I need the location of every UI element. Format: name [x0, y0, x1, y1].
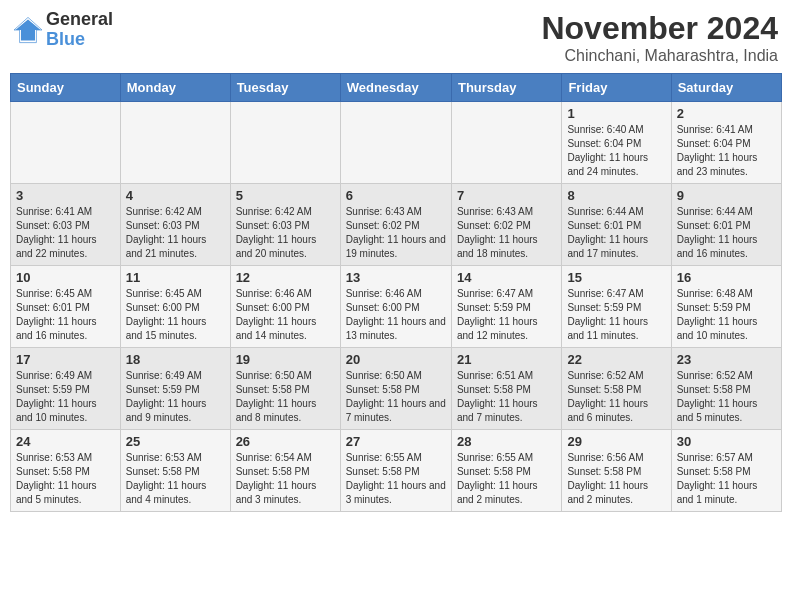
day-number: 5: [236, 188, 335, 203]
day-info: Sunrise: 6:43 AMSunset: 6:02 PMDaylight:…: [346, 205, 446, 261]
day-number: 6: [346, 188, 446, 203]
logo-blue: Blue: [46, 29, 85, 49]
day-number: 10: [16, 270, 115, 285]
calendar-header: Sunday Monday Tuesday Wednesday Thursday…: [11, 74, 782, 102]
day-info: Sunrise: 6:44 AMSunset: 6:01 PMDaylight:…: [567, 205, 665, 261]
day-info: Sunrise: 6:43 AMSunset: 6:02 PMDaylight:…: [457, 205, 556, 261]
day-cell-5-3: 26Sunrise: 6:54 AMSunset: 5:58 PMDayligh…: [230, 430, 340, 512]
calendar-body: 1Sunrise: 6:40 AMSunset: 6:04 PMDaylight…: [11, 102, 782, 512]
day-cell-1-6: 1Sunrise: 6:40 AMSunset: 6:04 PMDaylight…: [562, 102, 671, 184]
day-cell-3-7: 16Sunrise: 6:48 AMSunset: 5:59 PMDayligh…: [671, 266, 781, 348]
day-info: Sunrise: 6:40 AMSunset: 6:04 PMDaylight:…: [567, 123, 665, 179]
day-cell-2-6: 8Sunrise: 6:44 AMSunset: 6:01 PMDaylight…: [562, 184, 671, 266]
day-info: Sunrise: 6:48 AMSunset: 5:59 PMDaylight:…: [677, 287, 776, 343]
day-cell-2-1: 3Sunrise: 6:41 AMSunset: 6:03 PMDaylight…: [11, 184, 121, 266]
day-cell-3-6: 15Sunrise: 6:47 AMSunset: 5:59 PMDayligh…: [562, 266, 671, 348]
day-cell-3-1: 10Sunrise: 6:45 AMSunset: 6:01 PMDayligh…: [11, 266, 121, 348]
logo-general: General: [46, 9, 113, 29]
day-info: Sunrise: 6:49 AMSunset: 5:59 PMDaylight:…: [16, 369, 115, 425]
day-number: 12: [236, 270, 335, 285]
day-number: 11: [126, 270, 225, 285]
logo: General Blue: [14, 10, 113, 50]
day-cell-1-5: [451, 102, 561, 184]
header-friday: Friday: [562, 74, 671, 102]
day-cell-3-2: 11Sunrise: 6:45 AMSunset: 6:00 PMDayligh…: [120, 266, 230, 348]
day-number: 29: [567, 434, 665, 449]
day-info: Sunrise: 6:47 AMSunset: 5:59 PMDaylight:…: [457, 287, 556, 343]
day-info: Sunrise: 6:50 AMSunset: 5:58 PMDaylight:…: [236, 369, 335, 425]
day-info: Sunrise: 6:56 AMSunset: 5:58 PMDaylight:…: [567, 451, 665, 507]
day-cell-4-2: 18Sunrise: 6:49 AMSunset: 5:59 PMDayligh…: [120, 348, 230, 430]
logo-icon: [14, 16, 42, 44]
day-number: 17: [16, 352, 115, 367]
day-info: Sunrise: 6:52 AMSunset: 5:58 PMDaylight:…: [567, 369, 665, 425]
day-info: Sunrise: 6:41 AMSunset: 6:04 PMDaylight:…: [677, 123, 776, 179]
day-number: 28: [457, 434, 556, 449]
day-cell-4-4: 20Sunrise: 6:50 AMSunset: 5:58 PMDayligh…: [340, 348, 451, 430]
day-info: Sunrise: 6:52 AMSunset: 5:58 PMDaylight:…: [677, 369, 776, 425]
page-header: General Blue November 2024 Chinchani, Ma…: [10, 10, 782, 65]
day-cell-3-3: 12Sunrise: 6:46 AMSunset: 6:00 PMDayligh…: [230, 266, 340, 348]
day-cell-1-3: [230, 102, 340, 184]
day-cell-5-2: 25Sunrise: 6:53 AMSunset: 5:58 PMDayligh…: [120, 430, 230, 512]
day-info: Sunrise: 6:53 AMSunset: 5:58 PMDaylight:…: [16, 451, 115, 507]
day-info: Sunrise: 6:53 AMSunset: 5:58 PMDaylight:…: [126, 451, 225, 507]
header-wednesday: Wednesday: [340, 74, 451, 102]
header-row: Sunday Monday Tuesday Wednesday Thursday…: [11, 74, 782, 102]
day-number: 24: [16, 434, 115, 449]
day-number: 25: [126, 434, 225, 449]
day-cell-5-4: 27Sunrise: 6:55 AMSunset: 5:58 PMDayligh…: [340, 430, 451, 512]
day-cell-2-7: 9Sunrise: 6:44 AMSunset: 6:01 PMDaylight…: [671, 184, 781, 266]
day-number: 30: [677, 434, 776, 449]
day-number: 1: [567, 106, 665, 121]
day-info: Sunrise: 6:50 AMSunset: 5:58 PMDaylight:…: [346, 369, 446, 425]
day-cell-4-5: 21Sunrise: 6:51 AMSunset: 5:58 PMDayligh…: [451, 348, 561, 430]
day-number: 23: [677, 352, 776, 367]
day-number: 7: [457, 188, 556, 203]
day-info: Sunrise: 6:51 AMSunset: 5:58 PMDaylight:…: [457, 369, 556, 425]
week-row-5: 24Sunrise: 6:53 AMSunset: 5:58 PMDayligh…: [11, 430, 782, 512]
day-info: Sunrise: 6:57 AMSunset: 5:58 PMDaylight:…: [677, 451, 776, 507]
day-number: 8: [567, 188, 665, 203]
day-cell-3-4: 13Sunrise: 6:46 AMSunset: 6:00 PMDayligh…: [340, 266, 451, 348]
day-info: Sunrise: 6:47 AMSunset: 5:59 PMDaylight:…: [567, 287, 665, 343]
day-info: Sunrise: 6:41 AMSunset: 6:03 PMDaylight:…: [16, 205, 115, 261]
header-saturday: Saturday: [671, 74, 781, 102]
day-info: Sunrise: 6:49 AMSunset: 5:59 PMDaylight:…: [126, 369, 225, 425]
day-cell-4-3: 19Sunrise: 6:50 AMSunset: 5:58 PMDayligh…: [230, 348, 340, 430]
month-title: November 2024: [541, 10, 778, 47]
week-row-3: 10Sunrise: 6:45 AMSunset: 6:01 PMDayligh…: [11, 266, 782, 348]
day-info: Sunrise: 6:44 AMSunset: 6:01 PMDaylight:…: [677, 205, 776, 261]
day-number: 2: [677, 106, 776, 121]
day-number: 19: [236, 352, 335, 367]
day-cell-2-3: 5Sunrise: 6:42 AMSunset: 6:03 PMDaylight…: [230, 184, 340, 266]
day-cell-1-4: [340, 102, 451, 184]
header-sunday: Sunday: [11, 74, 121, 102]
day-number: 21: [457, 352, 556, 367]
week-row-4: 17Sunrise: 6:49 AMSunset: 5:59 PMDayligh…: [11, 348, 782, 430]
day-cell-2-2: 4Sunrise: 6:42 AMSunset: 6:03 PMDaylight…: [120, 184, 230, 266]
day-cell-5-7: 30Sunrise: 6:57 AMSunset: 5:58 PMDayligh…: [671, 430, 781, 512]
day-number: 14: [457, 270, 556, 285]
day-info: Sunrise: 6:45 AMSunset: 6:00 PMDaylight:…: [126, 287, 225, 343]
day-cell-1-1: [11, 102, 121, 184]
day-number: 27: [346, 434, 446, 449]
location-title: Chinchani, Maharashtra, India: [541, 47, 778, 65]
day-cell-5-5: 28Sunrise: 6:55 AMSunset: 5:58 PMDayligh…: [451, 430, 561, 512]
day-cell-2-4: 6Sunrise: 6:43 AMSunset: 6:02 PMDaylight…: [340, 184, 451, 266]
day-cell-4-7: 23Sunrise: 6:52 AMSunset: 5:58 PMDayligh…: [671, 348, 781, 430]
day-info: Sunrise: 6:54 AMSunset: 5:58 PMDaylight:…: [236, 451, 335, 507]
day-cell-1-2: [120, 102, 230, 184]
header-monday: Monday: [120, 74, 230, 102]
day-number: 18: [126, 352, 225, 367]
day-number: 16: [677, 270, 776, 285]
day-number: 9: [677, 188, 776, 203]
day-number: 3: [16, 188, 115, 203]
day-cell-2-5: 7Sunrise: 6:43 AMSunset: 6:02 PMDaylight…: [451, 184, 561, 266]
header-thursday: Thursday: [451, 74, 561, 102]
day-cell-5-6: 29Sunrise: 6:56 AMSunset: 5:58 PMDayligh…: [562, 430, 671, 512]
day-info: Sunrise: 6:46 AMSunset: 6:00 PMDaylight:…: [236, 287, 335, 343]
day-cell-5-1: 24Sunrise: 6:53 AMSunset: 5:58 PMDayligh…: [11, 430, 121, 512]
day-info: Sunrise: 6:45 AMSunset: 6:01 PMDaylight:…: [16, 287, 115, 343]
logo-text: General Blue: [46, 10, 113, 50]
